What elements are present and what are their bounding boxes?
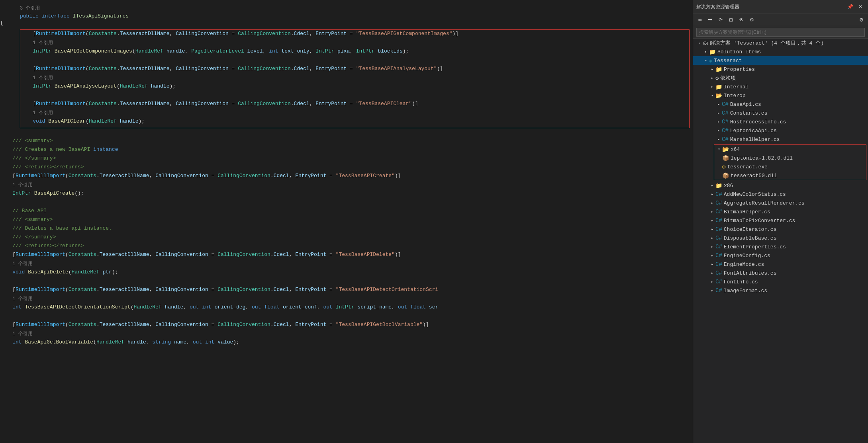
tree-imageformat-cs[interactable]: ▸ C# ImageFormat.cs: [693, 286, 868, 295]
tree-aggregateresultrenderer-cs[interactable]: ▸ C# AggregateResultRenderer.cs: [693, 199, 868, 207]
tree-dependencies[interactable]: ▸ ⚙ 依赖项: [693, 74, 868, 82]
baseapi-cs-icon: C#: [722, 101, 729, 107]
disposablebase-arrow: ▸: [709, 236, 715, 240]
tree-fontinfo-cs[interactable]: ▸ C# FontInfo.cs: [693, 277, 868, 286]
panel-header: 解决方案资源管理器 📌 ✕: [693, 0, 868, 14]
code-line: IntPtr BaseAPIGetComponentImages(HandleR…: [20, 48, 689, 57]
tree-container[interactable]: ▸ 🗂 解决方案 'Tesseract' (4 个项目，共 4 个) ▸ 📁 S…: [693, 39, 868, 443]
engineconfig-arrow: ▸: [709, 253, 715, 258]
tree-constants-cs[interactable]: ▸ C# Constants.cs: [693, 109, 868, 117]
bitmaphelper-cs-label: BitmapHelper.cs: [724, 209, 770, 215]
tree-enginemode-cs[interactable]: ▸ C# EngineMode.cs: [693, 260, 868, 269]
top-ref: 3 个引用: [0, 3, 693, 12]
fontinfo-arrow: ▸: [709, 279, 715, 284]
x64-highlighted-group: ▾ 📂 x64 📦 leptonica-1.82.0.dll ⚙ tessera…: [714, 144, 866, 180]
bitmaptopixconverter-cs-icon: C#: [715, 217, 722, 224]
elementproperties-arrow: ▸: [709, 244, 715, 249]
toolbar-forward-button[interactable]: ⮕: [706, 16, 715, 24]
tree-bitmaptopixconverter-cs[interactable]: ▸ C# BitmapToPixConverter.cs: [693, 216, 868, 225]
addnewcolorstatus-cs-icon: C#: [715, 191, 722, 197]
tree-hostprocessinfo-cs[interactable]: ▸ C# HostProcessInfo.cs: [693, 117, 868, 126]
interop-label: Interop: [724, 93, 746, 99]
tree-internal[interactable]: ▸ 📁 Internal: [693, 82, 868, 91]
fontattributes-arrow: ▸: [709, 271, 715, 275]
hostprocessinfo-cs-label: HostProcessInfo.cs: [730, 119, 786, 125]
toolbar-back-button[interactable]: ⬅: [696, 16, 704, 24]
code-line: {: [0, 20, 693, 29]
tree-elementproperties-cs[interactable]: ▸ C# ElementProperties.cs: [693, 242, 868, 251]
addnewcolorstatus-cs-label: AddNewColorStatus.cs: [724, 191, 786, 197]
toolbar-filter-button[interactable]: ⚙: [747, 16, 756, 24]
choiceiterator-cs-icon: C#: [715, 226, 722, 232]
ref-count-line: 1 个引用: [0, 295, 693, 304]
toolbar-collapse-button[interactable]: ⊟: [727, 16, 735, 24]
leptonica-dll-label: leptonica-1.82.0.dll: [731, 155, 793, 161]
tree-marshalhelper-cs[interactable]: ▸ C# MarshalHelper.cs: [693, 135, 868, 144]
baseapi-cs-label: BaseApi.cs: [730, 101, 761, 107]
code-line: /// Deletes a base api instance.: [0, 225, 693, 234]
tree-solution-items[interactable]: ▸ 📁 Solution Items: [693, 47, 868, 56]
code-line: /// Creates a new BaseAPI instance: [0, 146, 693, 155]
tree-x64-folder[interactable]: ▾ 📂 x64: [714, 145, 866, 154]
x64-arrow: ▾: [716, 147, 722, 152]
code-line: /// </summary>: [0, 234, 693, 243]
dependencies-label: 依赖项: [720, 74, 736, 82]
code-line: [RuntimeDllImport(Constants.TesseractDll…: [0, 173, 693, 181]
imageformat-cs-icon: C#: [715, 287, 722, 294]
tree-leptonica-dll[interactable]: 📦 leptonica-1.82.0.dll: [714, 154, 866, 162]
aggregateresultrenderer-arrow: ▸: [709, 201, 715, 205]
tree-engineconfig-cs[interactable]: ▸ C# EngineConfig.cs: [693, 251, 868, 260]
ref-count-line: 1 个引用: [20, 39, 689, 48]
toolbar-show-all-button[interactable]: 👁: [737, 16, 746, 24]
tree-tesseract-project[interactable]: ▾ ◈ Tesseract: [693, 56, 868, 65]
tree-x86-folder[interactable]: ▸ 📁 x86: [693, 181, 868, 190]
solution-items-label: Solution Items: [717, 49, 761, 55]
addnewcolorstatus-arrow: ▸: [709, 192, 715, 197]
internal-label: Internal: [724, 84, 748, 90]
toolbar-sync-button[interactable]: ⟳: [716, 16, 725, 24]
tree-addnewcolorstatus-cs[interactable]: ▸ C# AddNewColorStatus.cs: [693, 190, 868, 199]
tree-bitmaphelper-cs[interactable]: ▸ C# BitmapHelper.cs: [693, 207, 868, 216]
solution-items-arrow: ▸: [703, 49, 709, 54]
code-line: [0, 278, 693, 287]
ref-count-line: 1 个引用: [20, 109, 689, 118]
tree-tesseract50-dll[interactable]: 📦 tesseract50.dll: [714, 171, 866, 180]
tree-tesseract-exe[interactable]: ⚙ tesseract.exe: [714, 162, 866, 171]
tesseract-label: Tesseract: [714, 58, 742, 64]
tesseract50-dll-label: tesseract50.dll: [731, 173, 777, 179]
solution-root[interactable]: ▸ 🗂 解决方案 'Tesseract' (4 个项目，共 4 个): [693, 39, 868, 47]
code-line: int BaseApiGetBoolVariable(HandleRef han…: [0, 339, 693, 348]
code-line: [0, 199, 693, 208]
code-line: [RuntimeDllImport(Constants.TesseractDll…: [20, 101, 689, 109]
bitmaptopixconverter-arrow: ▸: [709, 218, 715, 223]
marshalhelper-cs-icon: C#: [722, 136, 729, 142]
toolbar-settings-button[interactable]: ⚙: [857, 16, 866, 24]
leptonica-dll-icon: 📦: [722, 155, 729, 162]
leptonicaapi-cs-icon: C#: [722, 127, 729, 134]
constants-cs-icon: C#: [722, 110, 729, 116]
elementproperties-cs-label: ElementProperties.cs: [724, 244, 786, 250]
panel-pin-button[interactable]: 📌: [846, 2, 854, 11]
editor-scroll[interactable]: 3 个引用 public interface ITessApiSignature…: [0, 0, 693, 443]
search-input[interactable]: [696, 28, 865, 37]
tesseract-exe-label: tesseract.exe: [727, 164, 767, 170]
tree-leptonicaapi-cs[interactable]: ▸ C# LeptonicaApi.cs: [693, 126, 868, 135]
project-icon: ◈: [709, 57, 712, 64]
tree-properties[interactable]: ▸ 📁 Properties: [693, 65, 868, 74]
dependencies-arrow: ▸: [709, 76, 715, 80]
code-line: [0, 129, 693, 138]
tree-interop[interactable]: ▾ 📂 Interop: [693, 91, 868, 100]
disposablebase-cs-label: DisposableBase.cs: [724, 235, 777, 241]
tree-baseapi-cs[interactable]: ▸ C# BaseApi.cs: [693, 100, 868, 109]
tree-disposablebase-cs[interactable]: ▸ C# DisposableBase.cs: [693, 234, 868, 242]
tree-fontattributes-cs[interactable]: ▸ C# FontAttributes.cs: [693, 269, 868, 277]
properties-arrow: ▸: [709, 67, 715, 72]
code-line: [0, 313, 693, 322]
x64-folder-icon: 📂: [722, 146, 729, 153]
code-line: /// <summary>: [0, 217, 693, 225]
internal-folder-icon: 📁: [715, 84, 722, 90]
tree-choiceiterator-cs[interactable]: ▸ C# ChoiceIterator.cs: [693, 225, 868, 234]
engineconfig-cs-label: EngineConfig.cs: [724, 253, 770, 259]
bitmaphelper-arrow: ▸: [709, 209, 715, 214]
panel-close-button[interactable]: ✕: [856, 2, 865, 11]
